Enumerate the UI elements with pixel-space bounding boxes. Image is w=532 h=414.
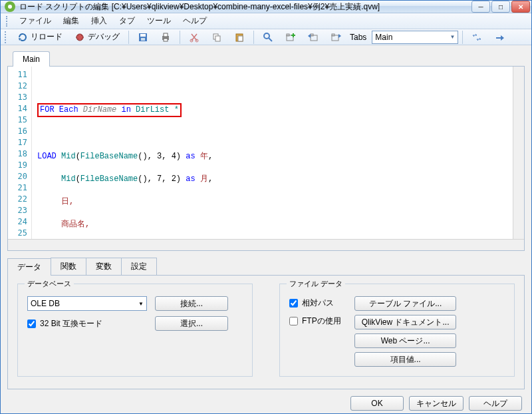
tabs-label: Tabs bbox=[350, 33, 366, 42]
reload-label: リロード bbox=[31, 31, 63, 43]
horizontal-scrollbar[interactable] bbox=[8, 239, 524, 250]
arrows-icon bbox=[471, 32, 482, 43]
line-number: 16 bbox=[8, 126, 27, 137]
svg-rect-10 bbox=[215, 36, 220, 41]
titlebar: ロード スクリプトの編集 [C:¥Users¥qlikview¥Desktop¥… bbox=[1, 1, 531, 13]
item-value-button[interactable]: 項目値... bbox=[354, 352, 457, 367]
tab-settings[interactable]: 設定 bbox=[121, 258, 157, 275]
debug-button[interactable]: デバッグ bbox=[70, 29, 124, 45]
ftp-checkbox[interactable]: FTPの使用 bbox=[289, 315, 341, 327]
debug-label: デバッグ bbox=[88, 31, 120, 43]
toolbar-extra2-button[interactable] bbox=[489, 30, 509, 45]
bottom-panel-content: データベース OLE DB ▼ 接続... 32 Bit 互換モード 選択... bbox=[7, 275, 525, 389]
toolbar-grip bbox=[5, 31, 9, 43]
paste-icon bbox=[234, 32, 245, 43]
code-area[interactable]: FOR Each DirName in DirList * LOAD Mid(F… bbox=[32, 67, 513, 239]
line-number: 15 bbox=[8, 114, 27, 126]
menu-help[interactable]: ヘルプ bbox=[178, 13, 212, 29]
menu-insert[interactable]: 挿入 bbox=[86, 13, 112, 29]
toolbar: リロード デバッグ Tabs Main ▼ bbox=[1, 29, 531, 45]
svg-rect-6 bbox=[164, 39, 168, 41]
debug-icon bbox=[74, 32, 85, 43]
db-type-select[interactable]: OLE DB ▼ bbox=[27, 296, 147, 311]
vertical-scrollbar[interactable] bbox=[513, 67, 524, 239]
tab-variables[interactable]: 変数 bbox=[86, 258, 122, 275]
cancel-button[interactable]: キャンセル bbox=[409, 396, 464, 411]
menu-tab[interactable]: タブ bbox=[114, 13, 140, 29]
minimize-button[interactable]: ─ bbox=[471, 1, 490, 13]
save-button[interactable] bbox=[133, 30, 153, 45]
save-icon bbox=[138, 32, 148, 43]
table-file-button[interactable]: テーブル ファイル... bbox=[354, 296, 457, 311]
database-legend: データベース bbox=[25, 279, 74, 289]
toolbar-extra1-button[interactable] bbox=[467, 30, 487, 45]
line-number: 21 bbox=[8, 182, 27, 194]
editor-tab-main[interactable]: Main bbox=[13, 51, 50, 67]
dropdown-arrow-icon: ▼ bbox=[450, 34, 455, 40]
tab-add-icon bbox=[285, 32, 296, 43]
relative-path-label: 相対パス bbox=[302, 298, 334, 309]
menu-edit[interactable]: 編集 bbox=[58, 13, 84, 29]
reload-button[interactable]: リロード bbox=[13, 29, 67, 45]
tabs-select-value: Main bbox=[375, 33, 392, 42]
line-number: 13 bbox=[8, 92, 27, 103]
menu-file[interactable]: ファイル bbox=[14, 13, 57, 29]
db-type-value: OLE DB bbox=[31, 299, 60, 308]
32bit-mode-label: 32 Bit 互換モード bbox=[40, 318, 102, 329]
help-button[interactable]: ヘルプ bbox=[469, 396, 522, 411]
paste-button[interactable] bbox=[229, 30, 249, 45]
ok-button[interactable]: OK bbox=[350, 396, 404, 411]
separator bbox=[180, 31, 180, 44]
tab-left-icon bbox=[308, 32, 319, 43]
separator bbox=[253, 31, 254, 44]
bottom-panel: データ 関数 変数 設定 データベース OLE DB ▼ 接続... 32 bbox=[7, 258, 525, 389]
ftp-input[interactable] bbox=[289, 317, 298, 325]
cut-icon bbox=[189, 32, 200, 43]
select-button[interactable]: 選択... bbox=[155, 316, 228, 331]
copy-button[interactable] bbox=[207, 30, 227, 45]
tab-right-icon bbox=[331, 32, 341, 43]
tab-add-button[interactable] bbox=[281, 30, 301, 45]
line-number: 14 bbox=[8, 103, 27, 114]
separator bbox=[128, 31, 129, 44]
close-button[interactable]: ✕ bbox=[511, 1, 530, 13]
tab-right-button[interactable] bbox=[326, 30, 346, 45]
copy-icon bbox=[211, 32, 222, 43]
32bit-mode-input[interactable] bbox=[27, 319, 36, 328]
search-icon bbox=[263, 32, 273, 43]
menu-tool[interactable]: ツール bbox=[142, 13, 176, 29]
separator bbox=[462, 31, 463, 44]
dialog-footer: OK キャンセル ヘルプ bbox=[1, 389, 531, 414]
filedata-group: ファイル データ 相対パス FTPの使用 テーブル ファイル... bbox=[279, 284, 515, 377]
editor: 11 12 13 14 15 16 17 18 19 20 21 22 23 2… bbox=[7, 66, 525, 251]
tab-left-button[interactable] bbox=[303, 30, 323, 45]
line-number: 12 bbox=[8, 81, 27, 92]
tab-functions[interactable]: 関数 bbox=[51, 258, 86, 275]
line-number: 18 bbox=[8, 148, 27, 160]
line-number: 11 bbox=[8, 69, 27, 81]
line-number: 25 bbox=[8, 228, 27, 239]
database-group: データベース OLE DB ▼ 接続... 32 Bit 互換モード 選択... bbox=[17, 284, 253, 377]
maximize-button[interactable]: □ bbox=[491, 1, 510, 13]
connect-button[interactable]: 接続... bbox=[155, 296, 228, 311]
ftp-label: FTPの使用 bbox=[302, 315, 341, 327]
relative-path-checkbox[interactable]: 相対パス bbox=[289, 298, 341, 309]
svg-point-13 bbox=[264, 33, 269, 39]
line-number: 24 bbox=[8, 216, 27, 228]
line-number: 23 bbox=[8, 205, 27, 216]
menubar: ファイル 編集 挿入 タブ ツール ヘルプ bbox=[1, 13, 531, 29]
tab-data[interactable]: データ bbox=[7, 258, 51, 276]
reload-icon bbox=[17, 32, 28, 43]
relative-path-input[interactable] bbox=[289, 299, 298, 308]
window-title: ロード スクリプトの編集 [C:¥Users¥qlikview¥Desktop¥… bbox=[19, 1, 471, 13]
cut-button[interactable] bbox=[184, 30, 204, 45]
32bit-mode-checkbox[interactable]: 32 Bit 互換モード bbox=[27, 318, 147, 329]
print-button[interactable] bbox=[156, 30, 176, 45]
qlikview-doc-button[interactable]: QlikView ドキュメント... bbox=[354, 315, 457, 329]
app-icon bbox=[5, 1, 15, 12]
tabs-select[interactable]: Main ▼ bbox=[372, 31, 458, 44]
web-page-button[interactable]: Web ページ... bbox=[354, 333, 457, 348]
filedata-legend: ファイル データ bbox=[287, 279, 345, 289]
line-gutter: 11 12 13 14 15 16 17 18 19 20 21 22 23 2… bbox=[8, 67, 32, 239]
search-button[interactable] bbox=[258, 30, 278, 45]
